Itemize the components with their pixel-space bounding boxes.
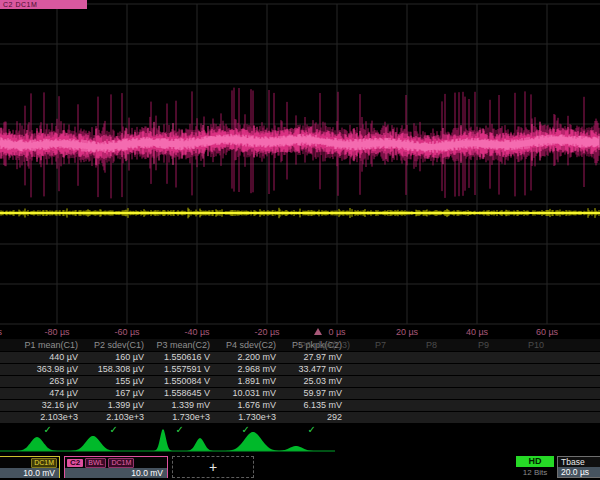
cell: 1.557591 V [144, 364, 210, 375]
cell: 440 µV [12, 352, 78, 363]
cell: 2.103e+3 [78, 412, 144, 423]
cell: 27.97 mV [276, 352, 342, 363]
scope-traces-svg [0, 0, 600, 326]
cell: 363.98 µV [12, 364, 78, 375]
trigger-time-marker[interactable] [314, 328, 322, 335]
measure-header-p3[interactable]: P3 mean(C2) [144, 339, 210, 351]
cell: 1.339 mV [144, 400, 210, 411]
timebase-label: Tbase [558, 457, 600, 467]
cell: 1.891 mV [210, 376, 276, 387]
cell: 59.97 mV [276, 388, 342, 399]
oscilloscope-screen: C2 DC1M -100 µs -80 µs -60 µs -40 µs -20… [0, 0, 600, 480]
time-tick: -20 µs [237, 327, 297, 337]
c1-coupling-badge: DC1M [31, 458, 57, 468]
channel-c2-descriptor[interactable]: C2 BWL DC1M 10.0 mV [64, 456, 168, 478]
time-tick: -60 µs [97, 327, 157, 337]
cell: 474 µV [12, 388, 78, 399]
cell: 292 [276, 412, 342, 423]
cell: 1.730e+3 [210, 412, 276, 423]
measure-header-p8[interactable]: P8 [426, 339, 437, 351]
table-row-min: 263 µV 155 µV 1.550084 V 1.891 mV 25.03 … [0, 376, 600, 387]
measure-header-p2[interactable]: P2 sdev(C1) [78, 339, 144, 351]
cell: 1.550616 V [144, 352, 210, 363]
measure-header-p7[interactable]: P7 [375, 339, 386, 351]
histogram-trace [0, 428, 340, 458]
table-row-num: 2.103e+3 2.103e+3 1.730e+3 1.730e+3 292 [0, 412, 600, 423]
cell: 2.200 mV [210, 352, 276, 363]
cell: 6.135 mV [276, 400, 342, 411]
table-row-mean: 363.98 µV 158.308 µV 1.557591 V 2.968 mV… [0, 364, 600, 375]
channel-c1-descriptor[interactable]: DC1M 10.0 mV [0, 456, 60, 478]
trace-descriptor-badge[interactable]: C2 DC1M [0, 0, 87, 9]
cell: 10.031 mV [210, 388, 276, 399]
cell: 2.968 mV [210, 364, 276, 375]
measure-header-p10[interactable]: P10 [528, 339, 544, 351]
time-tick: -100 µs [0, 327, 17, 337]
cell: 263 µV [12, 376, 78, 387]
measure-header-p4[interactable]: P4 sdev(C2) [210, 339, 276, 351]
time-tick: 20 µs [377, 327, 437, 337]
c2-vertical-scale: 10.0 mV [65, 468, 167, 478]
time-tick: -80 µs [27, 327, 87, 337]
bottom-bar: DC1M 10.0 mV C2 BWL DC1M 10.0 mV + HD 12… [0, 456, 600, 480]
cell: 1.550084 V [144, 376, 210, 387]
hd-mode-badge[interactable]: HD [516, 456, 554, 467]
table-row-sdev: 32.16 µV 1.399 µV 1.339 mV 1.676 mV 6.13… [0, 400, 600, 411]
c2-name-badge: C2 [67, 459, 83, 467]
hd-bits-label: 12 Bits [516, 468, 554, 477]
cell: 2.103e+3 [12, 412, 78, 423]
timebase-value: 20.0 µs [558, 467, 600, 477]
cell: 155 µV [78, 376, 144, 387]
cell: 1.558645 V [144, 388, 210, 399]
cell: 167 µV [78, 388, 144, 399]
c1-vertical-scale: 10.0 mV [0, 468, 59, 478]
measurement-header-row: P1 mean(C1) P2 sdev(C1) P3 mean(C2) P4 s… [0, 339, 600, 351]
table-row-value: 440 µV 160 µV 1.550616 V 2.200 mV 27.97 … [0, 352, 600, 363]
cell: 1.730e+3 [144, 412, 210, 423]
cell: 25.03 mV [276, 376, 342, 387]
cell: 1.399 µV [78, 400, 144, 411]
time-axis: -100 µs -80 µs -60 µs -40 µs -20 µs 0 µs… [0, 326, 600, 339]
time-tick: 40 µs [447, 327, 507, 337]
c2-coupling-badge: DC1M [108, 458, 134, 468]
measure-header-p6[interactable]: P6 pkpk(C3) [300, 339, 350, 351]
timebase-descriptor[interactable]: Tbase 20.0 µs [557, 456, 600, 478]
measure-header-p1[interactable]: P1 mean(C1) [12, 339, 78, 351]
waveform-grid[interactable]: C2 DC1M [0, 0, 600, 326]
add-channel-button[interactable]: + [172, 456, 254, 478]
time-tick: -40 µs [167, 327, 227, 337]
measure-header-p9[interactable]: P9 [478, 339, 489, 351]
cell: 32.16 µV [12, 400, 78, 411]
c2-bwl-badge: BWL [85, 458, 106, 468]
cell: 33.477 mV [276, 364, 342, 375]
cell: 158.308 µV [78, 364, 144, 375]
measurement-table: P1 mean(C1) P2 sdev(C1) P3 mean(C2) P4 s… [0, 339, 600, 437]
cell: 160 µV [78, 352, 144, 363]
cell: 1.676 mV [210, 400, 276, 411]
table-row-max: 474 µV 167 µV 1.558645 V 10.031 mV 59.97… [0, 388, 600, 399]
time-tick: 60 µs [517, 327, 577, 337]
